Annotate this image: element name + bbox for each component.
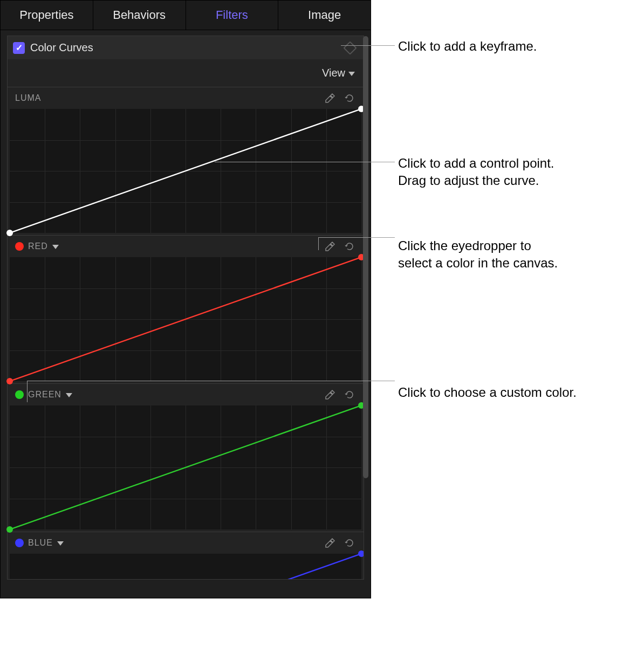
eyedropper-icon[interactable] — [324, 388, 337, 401]
curve-canvas-blue[interactable] — [10, 554, 361, 580]
view-dropdown[interactable]: View — [322, 67, 355, 79]
color-swatch-blue[interactable] — [15, 539, 24, 547]
chevron-down-icon[interactable] — [57, 541, 64, 546]
tab-properties[interactable]: Properties — [1, 1, 93, 30]
curve-head-blue: BLUE — [8, 532, 364, 554]
color-swatch-red[interactable] — [15, 242, 24, 251]
curve-head-luma: LUMA — [8, 87, 364, 109]
curve-block-red: RED — [7, 236, 364, 384]
callout-leader — [215, 162, 395, 162]
scroll-thumb[interactable] — [363, 36, 368, 478]
inspector-tabs: Properties Behaviors Filters Image — [1, 1, 371, 30]
eyedropper-icon[interactable] — [324, 92, 337, 105]
curve-label-green: GREEN — [28, 390, 61, 400]
curve-canvas-luma[interactable] — [10, 109, 361, 233]
curve-point[interactable] — [358, 550, 364, 557]
reset-icon[interactable] — [343, 388, 356, 401]
reset-icon[interactable] — [343, 92, 356, 105]
curve-head-red: RED — [8, 236, 364, 257]
callout-control-point: Click to add a control point. Drag to ad… — [398, 155, 554, 190]
curve-block-blue: BLUE — [7, 532, 364, 580]
curve-point[interactable] — [6, 526, 13, 533]
curve-block-green: GREEN — [7, 384, 364, 532]
curve-canvas-red[interactable] — [10, 257, 361, 381]
tab-filters[interactable]: Filters — [186, 1, 279, 30]
view-label: View — [322, 67, 345, 79]
curve-label-blue: BLUE — [28, 538, 53, 548]
curve-point[interactable] — [6, 230, 13, 236]
eyedropper-icon[interactable] — [324, 536, 337, 549]
keyframe-icon[interactable] — [343, 41, 357, 54]
callout-leader — [27, 381, 28, 402]
svg-line-0 — [10, 109, 361, 233]
curve-point[interactable] — [6, 378, 13, 384]
chevron-down-icon[interactable] — [66, 393, 72, 397]
reset-icon[interactable] — [343, 240, 356, 253]
callout-custom-color: Click to choose a custom color. — [398, 384, 577, 401]
eyedropper-icon[interactable] — [324, 240, 337, 253]
filter-enable-checkbox[interactable]: ✓ — [13, 42, 25, 54]
curve-label-luma: LUMA — [15, 93, 41, 103]
filter-title: Color Curves — [30, 42, 345, 54]
scrollbar[interactable] — [363, 36, 368, 478]
chevron-down-icon — [348, 72, 355, 76]
svg-line-1 — [10, 257, 361, 381]
callout-leader — [341, 45, 395, 46]
color-swatch-green[interactable] — [15, 390, 24, 399]
callout-leader — [27, 381, 395, 381]
callout-leader — [318, 237, 319, 250]
callout-leader — [318, 237, 395, 238]
callout-eyedropper: Click the eyedropper to select a color i… — [398, 237, 558, 272]
filters-panel-body: ✓ Color Curves View LUMA — [1, 30, 371, 580]
view-row: View — [7, 59, 364, 87]
callout-keyframe: Click to add a keyframe. — [398, 38, 537, 55]
tab-behaviors[interactable]: Behaviors — [93, 1, 186, 30]
filter-header: ✓ Color Curves — [7, 36, 364, 59]
inspector-panel: Properties Behaviors Filters Image ✓ Col… — [0, 0, 371, 598]
reset-icon[interactable] — [343, 536, 356, 549]
svg-line-2 — [10, 405, 361, 529]
curve-label-red: RED — [28, 242, 48, 251]
svg-line-3 — [10, 554, 361, 580]
chevron-down-icon[interactable] — [52, 245, 59, 249]
curve-head-green: GREEN — [8, 384, 364, 405]
curve-canvas-green[interactable] — [10, 405, 361, 529]
tab-image[interactable]: Image — [278, 1, 371, 30]
